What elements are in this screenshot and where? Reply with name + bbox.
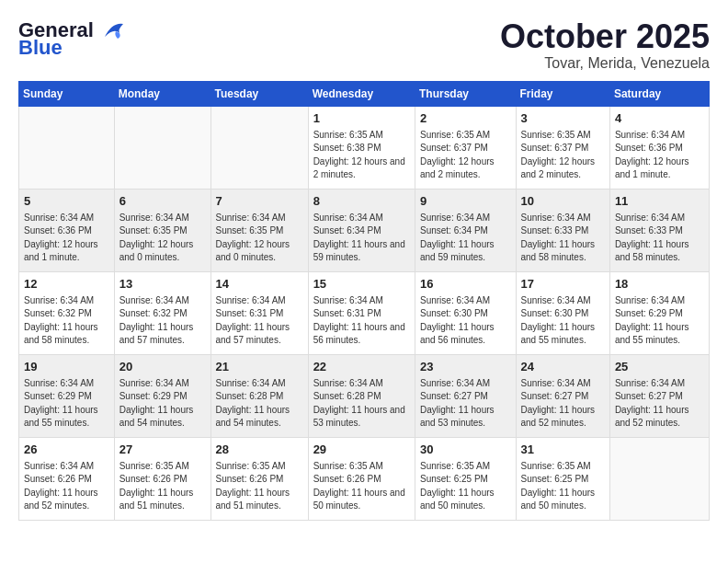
calendar-cell: 4Sunrise: 6:34 AMSunset: 6:36 PMDaylight…	[609, 106, 709, 189]
day-details: Sunrise: 6:35 AMSunset: 6:26 PMDaylight:…	[313, 460, 410, 513]
col-wednesday: Wednesday	[308, 81, 415, 106]
calendar-cell: 8Sunrise: 6:34 AMSunset: 6:34 PMDaylight…	[308, 189, 415, 271]
day-details: Sunrise: 6:34 AMSunset: 6:31 PMDaylight:…	[216, 294, 303, 348]
day-details: Sunrise: 6:34 AMSunset: 6:30 PMDaylight:…	[521, 294, 605, 348]
day-details: Sunrise: 6:35 AMSunset: 6:25 PMDaylight:…	[521, 460, 605, 513]
title-area: October 2025 Tovar, Merida, Venezuela	[500, 18, 710, 72]
calendar-cell: 12Sunrise: 6:34 AMSunset: 6:32 PMDayligh…	[19, 271, 115, 354]
calendar-cell	[210, 106, 308, 189]
calendar-week-row: 26Sunrise: 6:34 AMSunset: 6:26 PMDayligh…	[19, 437, 710, 520]
col-monday: Monday	[114, 81, 210, 106]
day-number: 9	[420, 193, 511, 210]
calendar-cell	[609, 437, 709, 520]
day-number: 2	[420, 110, 511, 127]
day-number: 30	[420, 442, 511, 458]
day-details: Sunrise: 6:34 AMSunset: 6:28 PMDaylight:…	[313, 377, 410, 431]
col-tuesday: Tuesday	[210, 81, 308, 106]
day-number: 27	[119, 442, 206, 458]
calendar-cell: 7Sunrise: 6:34 AMSunset: 6:35 PMDaylight…	[210, 189, 308, 271]
day-details: Sunrise: 6:34 AMSunset: 6:26 PMDaylight:…	[24, 460, 109, 513]
calendar-cell: 23Sunrise: 6:34 AMSunset: 6:27 PMDayligh…	[415, 354, 516, 437]
day-details: Sunrise: 6:35 AMSunset: 6:38 PMDaylight:…	[313, 129, 410, 182]
day-details: Sunrise: 6:34 AMSunset: 6:27 PMDaylight:…	[420, 377, 511, 431]
calendar-cell: 11Sunrise: 6:34 AMSunset: 6:33 PMDayligh…	[609, 189, 709, 271]
calendar-cell: 9Sunrise: 6:34 AMSunset: 6:34 PMDaylight…	[415, 189, 516, 271]
day-details: Sunrise: 6:35 AMSunset: 6:37 PMDaylight:…	[521, 129, 605, 182]
day-details: Sunrise: 6:34 AMSunset: 6:31 PMDaylight:…	[313, 294, 410, 348]
day-details: Sunrise: 6:34 AMSunset: 6:30 PMDaylight:…	[420, 294, 511, 348]
day-details: Sunrise: 6:34 AMSunset: 6:27 PMDaylight:…	[521, 377, 605, 431]
calendar-cell: 18Sunrise: 6:34 AMSunset: 6:29 PMDayligh…	[609, 271, 709, 354]
calendar-table: Sunday Monday Tuesday Wednesday Thursday…	[18, 81, 710, 521]
col-sunday: Sunday	[19, 81, 115, 106]
day-number: 8	[313, 193, 410, 210]
calendar-cell: 1Sunrise: 6:35 AMSunset: 6:38 PMDaylight…	[308, 106, 415, 189]
calendar-cell: 3Sunrise: 6:35 AMSunset: 6:37 PMDaylight…	[516, 106, 609, 189]
day-number: 5	[24, 193, 109, 210]
day-details: Sunrise: 6:34 AMSunset: 6:28 PMDaylight:…	[216, 377, 303, 431]
calendar-cell: 27Sunrise: 6:35 AMSunset: 6:26 PMDayligh…	[114, 437, 210, 520]
calendar-cell: 5Sunrise: 6:34 AMSunset: 6:36 PMDaylight…	[19, 189, 115, 271]
day-details: Sunrise: 6:34 AMSunset: 6:36 PMDaylight:…	[24, 212, 109, 265]
day-details: Sunrise: 6:34 AMSunset: 6:29 PMDaylight:…	[119, 377, 206, 431]
day-number: 29	[313, 442, 410, 458]
day-details: Sunrise: 6:34 AMSunset: 6:29 PMDaylight:…	[24, 377, 109, 431]
day-details: Sunrise: 6:34 AMSunset: 6:29 PMDaylight:…	[615, 294, 704, 348]
day-details: Sunrise: 6:34 AMSunset: 6:32 PMDaylight:…	[119, 294, 206, 348]
calendar-cell	[114, 106, 210, 189]
calendar-week-row: 1Sunrise: 6:35 AMSunset: 6:38 PMDaylight…	[19, 106, 710, 189]
calendar-cell: 20Sunrise: 6:34 AMSunset: 6:29 PMDayligh…	[114, 354, 210, 437]
calendar-cell: 28Sunrise: 6:35 AMSunset: 6:26 PMDayligh…	[210, 437, 308, 520]
calendar-cell: 24Sunrise: 6:34 AMSunset: 6:27 PMDayligh…	[516, 354, 609, 437]
page-subtitle: Tovar, Merida, Venezuela	[500, 55, 710, 72]
day-number: 6	[119, 193, 206, 210]
day-details: Sunrise: 6:34 AMSunset: 6:32 PMDaylight:…	[24, 294, 109, 348]
day-number: 12	[24, 276, 109, 293]
day-number: 20	[119, 359, 206, 375]
day-details: Sunrise: 6:34 AMSunset: 6:34 PMDaylight:…	[420, 212, 511, 265]
day-number: 14	[216, 276, 303, 293]
day-number: 1	[313, 110, 410, 127]
calendar-cell: 16Sunrise: 6:34 AMSunset: 6:30 PMDayligh…	[415, 271, 516, 354]
day-details: Sunrise: 6:35 AMSunset: 6:26 PMDaylight:…	[119, 460, 206, 513]
day-number: 23	[420, 359, 511, 375]
header-row: Sunday Monday Tuesday Wednesday Thursday…	[19, 81, 710, 106]
day-number: 13	[119, 276, 206, 293]
day-details: Sunrise: 6:34 AMSunset: 6:33 PMDaylight:…	[615, 212, 704, 265]
calendar-cell: 13Sunrise: 6:34 AMSunset: 6:32 PMDayligh…	[114, 271, 210, 354]
day-number: 10	[521, 193, 605, 210]
day-details: Sunrise: 6:35 AMSunset: 6:25 PMDaylight:…	[420, 460, 511, 513]
day-number: 25	[615, 359, 704, 375]
col-friday: Friday	[516, 81, 609, 106]
calendar-week-row: 12Sunrise: 6:34 AMSunset: 6:32 PMDayligh…	[19, 271, 710, 354]
calendar-cell: 31Sunrise: 6:35 AMSunset: 6:25 PMDayligh…	[516, 437, 609, 520]
logo-blue: Blue	[18, 39, 63, 57]
calendar-cell: 15Sunrise: 6:34 AMSunset: 6:31 PMDayligh…	[308, 271, 415, 354]
day-details: Sunrise: 6:34 AMSunset: 6:27 PMDaylight:…	[615, 377, 704, 431]
day-details: Sunrise: 6:34 AMSunset: 6:35 PMDaylight:…	[119, 212, 206, 265]
calendar-cell: 26Sunrise: 6:34 AMSunset: 6:26 PMDayligh…	[19, 437, 115, 520]
day-details: Sunrise: 6:34 AMSunset: 6:34 PMDaylight:…	[313, 212, 410, 265]
day-details: Sunrise: 6:35 AMSunset: 6:26 PMDaylight:…	[216, 460, 303, 513]
day-number: 7	[216, 193, 303, 210]
calendar-cell: 22Sunrise: 6:34 AMSunset: 6:28 PMDayligh…	[308, 354, 415, 437]
day-number: 24	[521, 359, 605, 375]
day-details: Sunrise: 6:34 AMSunset: 6:35 PMDaylight:…	[216, 212, 303, 265]
day-details: Sunrise: 6:35 AMSunset: 6:37 PMDaylight:…	[420, 129, 511, 182]
calendar-cell: 19Sunrise: 6:34 AMSunset: 6:29 PMDayligh…	[19, 354, 115, 437]
col-thursday: Thursday	[415, 81, 516, 106]
day-number: 28	[216, 442, 303, 458]
calendar-cell: 21Sunrise: 6:34 AMSunset: 6:28 PMDayligh…	[210, 354, 308, 437]
day-number: 31	[521, 442, 605, 458]
calendar-cell: 25Sunrise: 6:34 AMSunset: 6:27 PMDayligh…	[609, 354, 709, 437]
calendar-cell	[19, 106, 115, 189]
calendar-cell: 14Sunrise: 6:34 AMSunset: 6:31 PMDayligh…	[210, 271, 308, 354]
day-number: 18	[615, 276, 704, 293]
day-number: 15	[313, 276, 410, 293]
page-header: General Blue October 2025 Tovar, Merida,…	[18, 18, 710, 72]
day-details: Sunrise: 6:34 AMSunset: 6:36 PMDaylight:…	[615, 129, 704, 182]
calendar-week-row: 5Sunrise: 6:34 AMSunset: 6:36 PMDaylight…	[19, 189, 710, 271]
calendar-cell: 6Sunrise: 6:34 AMSunset: 6:35 PMDaylight…	[114, 189, 210, 271]
calendar-cell: 29Sunrise: 6:35 AMSunset: 6:26 PMDayligh…	[308, 437, 415, 520]
logo: General Blue	[18, 18, 125, 57]
